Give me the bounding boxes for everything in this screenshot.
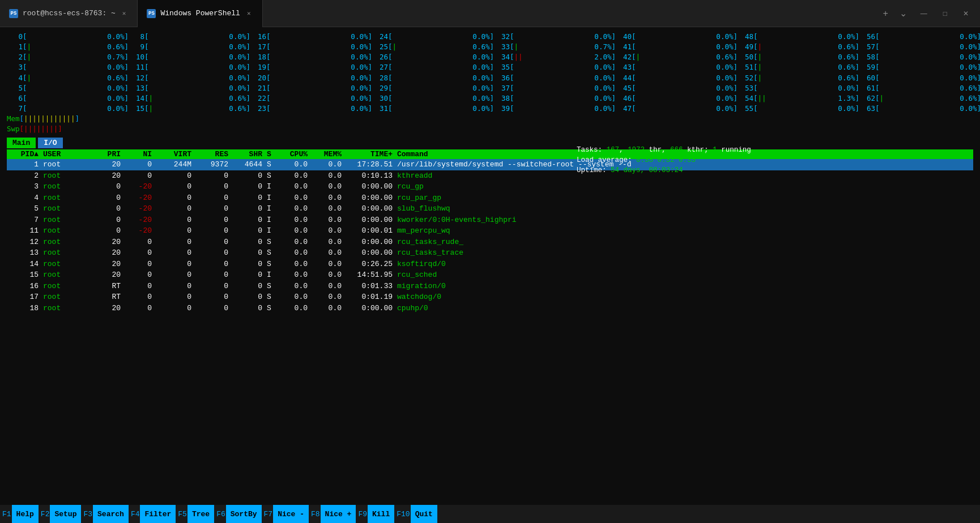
col-cpu: 0.0	[276, 269, 310, 281]
table-row[interactable]: 18root200000S0.00.00:00.00cpuhp/0	[7, 303, 973, 314]
col-pid: 3	[7, 181, 41, 192]
table-row[interactable]: 7root0-20000I0.00.00:00.00kworker/0:0H-e…	[7, 215, 973, 226]
cpu-bracket-close: ]	[977, 104, 980, 114]
col-s: S	[265, 237, 276, 248]
cpu-bracket-close: ]	[246, 42, 250, 52]
table-row[interactable]: 12root200000S0.00.00:00.00rcu_tasks_rude…	[7, 237, 973, 248]
header-user[interactable]: USER	[41, 150, 92, 158]
col-s: I	[265, 192, 276, 204]
cpu-bracket-open: [	[388, 93, 393, 104]
fkey-label[interactable]: Nice -	[273, 505, 309, 523]
cpu-num: 2	[7, 52, 23, 62]
header-cpu[interactable]: CPU%	[276, 150, 310, 158]
col-time: 0:00.00	[344, 237, 395, 248]
cpu-num: 16	[250, 32, 266, 42]
fkey-item[interactable]: F2Setup	[39, 505, 82, 523]
header-virt[interactable]: VIRT	[154, 150, 194, 158]
cpu-bracket-open: [	[388, 62, 393, 72]
fkey-item[interactable]: F5Tree	[176, 505, 214, 523]
fkey-item[interactable]: F6SortBy	[214, 505, 261, 523]
tab-1[interactable]: PS root@hcss-ecs-8763: ~ ✕	[0, 0, 138, 27]
fkey-label[interactable]: Nice +	[321, 505, 356, 523]
cpu-bracket-open: [	[388, 83, 393, 93]
cpu-pct: 0.0%	[340, 104, 368, 114]
fkey-label[interactable]: Filter	[140, 505, 176, 523]
col-cpu: 0.0	[276, 170, 310, 182]
cpu-bracket-open: [	[510, 62, 514, 72]
col-pri: 0	[92, 215, 123, 226]
fkey-label[interactable]: Kill	[368, 505, 394, 523]
header-mem[interactable]: MEM%	[310, 150, 344, 158]
fkey-label[interactable]: Quit	[411, 505, 437, 523]
header-s[interactable]: S	[265, 150, 276, 158]
tab1-icon: PS	[9, 9, 18, 18]
cpu-cell: 0[0.0%]	[7, 32, 129, 42]
cpu-num: 15	[129, 104, 144, 114]
tab-main[interactable]: Main	[7, 138, 36, 148]
tab-2[interactable]: PS Windows PowerShell ✕	[138, 0, 262, 27]
table-row[interactable]: 11root0-20000I0.00.00:00.01mm_percpu_wq	[7, 225, 973, 237]
col-res: 0	[194, 259, 231, 270]
minimize-button[interactable]: —	[914, 0, 934, 27]
cpu-bracket-open: [	[23, 32, 27, 42]
titlebar: PS root@hcss-ecs-8763: ~ ✕ PS Windows Po…	[0, 0, 980, 27]
header-pid[interactable]: PID▲	[7, 150, 41, 158]
tab-io[interactable]: I/O	[38, 138, 62, 148]
fkey-item[interactable]: F8Nice +	[309, 505, 356, 523]
tasks-line: Tasks: 167, 1972 thr, 666 kthr; 1 runnin…	[577, 145, 973, 155]
col-virt: 0	[154, 281, 194, 292]
col-s: S	[265, 291, 276, 303]
col-ni: 0	[123, 269, 154, 281]
tab1-close[interactable]: ✕	[120, 8, 129, 18]
header-time[interactable]: TIME+	[344, 150, 395, 158]
table-row[interactable]: 5root0-20000I0.00.00:00.00slub_flushwq	[7, 203, 973, 215]
table-row[interactable]: 3root0-20000I0.00.00:00.00rcu_gp	[7, 181, 973, 192]
new-tab-button[interactable]: +	[878, 6, 892, 21]
col-virt: 0	[154, 303, 194, 314]
col-virt: 0	[154, 203, 194, 215]
col-ni: 0	[123, 281, 154, 292]
fkey-label[interactable]: Help	[12, 505, 39, 523]
table-row[interactable]: 16rootRT0000S0.00.00:01.33migration/0	[7, 281, 973, 292]
col-user: root	[41, 237, 92, 248]
table-row[interactable]: 14root200000S0.00.00:26.25ksoftirqd/0	[7, 259, 973, 270]
table-row[interactable]: 15root200000I0.00.014:51.95rcu_sched	[7, 269, 973, 281]
cpu-num: 4	[7, 73, 23, 83]
fkey-label[interactable]: SortBy	[226, 505, 262, 523]
fkey-label[interactable]: Setup	[50, 505, 81, 523]
dropdown-button[interactable]: ⌄	[895, 6, 911, 21]
col-mem: 0.0	[310, 247, 344, 259]
fkey-num: F2	[39, 505, 50, 523]
col-user: root	[41, 159, 92, 170]
tab2-close[interactable]: ✕	[245, 8, 253, 18]
cpu-pct: 0.0%	[340, 83, 368, 93]
maximize-button[interactable]: □	[936, 0, 954, 27]
fkey-label[interactable]: Search	[93, 505, 129, 523]
fkey-item[interactable]: F1Help	[0, 505, 39, 523]
table-row[interactable]: 4root0-20000I0.00.00:00.00rcu_par_gp	[7, 192, 973, 204]
fkey-item[interactable]: F7Nice -	[262, 505, 309, 523]
header-ni[interactable]: NI	[123, 150, 154, 158]
cpu-pct: 0.0%	[462, 32, 489, 42]
cpu-bracket-open: [	[144, 73, 149, 83]
header-pri[interactable]: PRI	[92, 150, 123, 158]
col-time: 0:00.00	[344, 303, 395, 314]
table-row[interactable]: 13root200000S0.00.00:00.00rcu_tasks_trac…	[7, 247, 973, 259]
table-row[interactable]: 17rootRT0000S0.00.00:01.19watchdog/0	[7, 291, 973, 303]
cpu-num: 29	[372, 83, 388, 93]
cpu-cell: 11[0.0%]	[129, 62, 250, 72]
fkey-item[interactable]: F10Quit	[394, 505, 437, 523]
fkey-label[interactable]: Tree	[188, 505, 214, 523]
tab2-icon: PS	[147, 9, 156, 18]
cpu-bracket-close: ]	[124, 52, 129, 62]
fkey-item[interactable]: F4Filter	[129, 505, 176, 523]
close-button[interactable]: ✕	[956, 0, 975, 27]
header-shr[interactable]: SHR	[231, 150, 265, 158]
col-ni: -20	[123, 225, 154, 237]
header-res[interactable]: RES	[194, 150, 231, 158]
fkey-item[interactable]: F9Kill	[356, 505, 394, 523]
fkey-item[interactable]: F3Search	[81, 505, 128, 523]
col-virt: 0	[154, 215, 194, 226]
col-virt: 244M	[154, 159, 194, 170]
cpu-cell: 9[0.0%]	[129, 42, 250, 52]
